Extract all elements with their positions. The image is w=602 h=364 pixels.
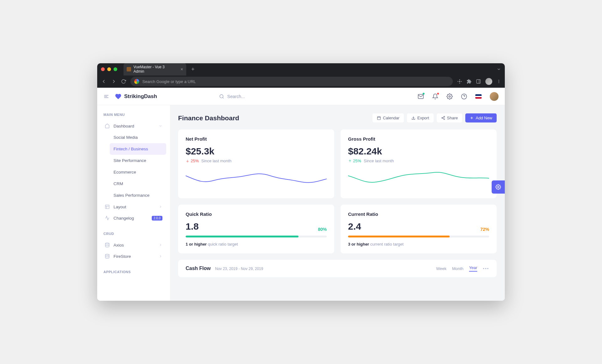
arrow-down-icon bbox=[186, 159, 189, 163]
export-button[interactable]: Export bbox=[407, 113, 434, 122]
panel-icon[interactable] bbox=[476, 79, 481, 84]
window-minimize[interactable] bbox=[107, 67, 111, 71]
add-new-button[interactable]: Add New bbox=[465, 113, 497, 122]
chevron-right-icon bbox=[159, 254, 162, 258]
card-gross-profit: Gross Profit $82.24k 25% Since last mont… bbox=[341, 129, 497, 198]
card-title: Cash Flow bbox=[186, 266, 211, 271]
sidebar-label: Sales Performance bbox=[114, 193, 150, 198]
svg-point-22 bbox=[105, 243, 109, 244]
card-title: Quick Ratio bbox=[186, 211, 327, 217]
sidebar-item-ecommerce[interactable]: Ecommerce bbox=[110, 166, 166, 178]
brand-logo-icon bbox=[115, 93, 122, 100]
back-button[interactable] bbox=[101, 79, 107, 84]
puzzle-icon[interactable] bbox=[467, 79, 472, 84]
more-icon[interactable]: ••• bbox=[483, 266, 489, 271]
sidebar-label: Dashboard bbox=[114, 124, 134, 128]
change-since: Since last month bbox=[364, 159, 394, 163]
card-quick-ratio: Quick Ratio 1.8 80% 1 or higher quick ra… bbox=[178, 205, 334, 253]
card-cash-flow: Cash Flow Nov 23, 2019 - Nov 29, 2019 We… bbox=[178, 260, 497, 277]
notifications-button[interactable] bbox=[432, 93, 438, 100]
extension-icon[interactable] bbox=[457, 79, 462, 84]
brand[interactable]: StrikingDash bbox=[115, 93, 157, 100]
svg-rect-5 bbox=[477, 80, 480, 83]
kebab-icon[interactable] bbox=[497, 79, 501, 84]
progress-bar bbox=[348, 236, 489, 237]
svg-point-8 bbox=[499, 81, 499, 82]
sidebar-item-social[interactable]: Social Media bbox=[110, 132, 166, 143]
calendar-icon bbox=[377, 116, 381, 120]
svg-point-23 bbox=[105, 254, 109, 255]
main-content: Finance Dashboard Calendar Export Share … bbox=[170, 105, 505, 301]
calendar-button[interactable]: Calendar bbox=[372, 113, 404, 122]
new-tab-button[interactable]: + bbox=[191, 66, 195, 73]
sidebar-label: Ecommerce bbox=[114, 170, 136, 174]
browser-window: VueMaster - Vue 3 Admin × + Search Googl… bbox=[97, 63, 505, 301]
tab-week[interactable]: Week bbox=[436, 266, 446, 271]
forward-button[interactable] bbox=[111, 79, 117, 84]
chevron-right-icon bbox=[159, 243, 162, 247]
trend-down: 25% bbox=[186, 159, 199, 163]
url-placeholder: Search Google or type a URL bbox=[142, 79, 196, 84]
activity-icon bbox=[105, 216, 110, 221]
svg-rect-19 bbox=[105, 205, 109, 209]
sidebar-item-layout[interactable]: Layout bbox=[101, 201, 166, 212]
plus-icon bbox=[470, 116, 474, 120]
tab-month[interactable]: Month bbox=[452, 266, 463, 271]
svg-rect-24 bbox=[378, 117, 381, 120]
chevron-right-icon bbox=[159, 205, 162, 209]
window-close[interactable] bbox=[101, 67, 105, 71]
card-value: $25.3k bbox=[186, 146, 327, 157]
app: StrikingDash Search... bbox=[97, 88, 505, 301]
sidebar: MAIN MENU Dashboard Social Media Fintech… bbox=[97, 105, 170, 301]
status-dot-icon bbox=[423, 93, 425, 95]
sidebar-section-label: MAIN MENU bbox=[103, 113, 164, 117]
favicon-icon bbox=[127, 67, 131, 71]
sidebar-item-site[interactable]: Site Performance bbox=[110, 155, 166, 166]
tabs-menu-icon[interactable] bbox=[497, 67, 501, 71]
sidebar-item-firestore[interactable]: FireStore bbox=[101, 251, 166, 262]
change-value: 25% bbox=[191, 159, 199, 163]
reload-button[interactable] bbox=[121, 79, 126, 84]
profile-avatar[interactable] bbox=[485, 78, 492, 85]
settings-button[interactable] bbox=[446, 93, 453, 100]
gear-icon bbox=[495, 184, 501, 190]
search-placeholder: Search... bbox=[227, 94, 245, 99]
language-flag[interactable] bbox=[475, 94, 482, 99]
sparkline-chart bbox=[348, 166, 489, 191]
browser-tab[interactable]: VueMaster - Vue 3 Admin × bbox=[124, 63, 186, 75]
user-avatar[interactable] bbox=[490, 92, 499, 101]
tab-year[interactable]: Year bbox=[469, 265, 477, 272]
share-button[interactable]: Share bbox=[437, 113, 462, 122]
close-icon[interactable]: × bbox=[181, 67, 183, 72]
address-bar[interactable]: Search Google or type a URL bbox=[130, 77, 453, 86]
svg-line-32 bbox=[442, 118, 444, 119]
floating-settings-button[interactable] bbox=[492, 180, 505, 194]
window-maximize[interactable] bbox=[114, 67, 117, 71]
tab-title: VueMaster - Vue 3 Admin bbox=[134, 65, 176, 74]
svg-point-4 bbox=[461, 81, 462, 82]
sidebar-item-crm[interactable]: CRM bbox=[110, 178, 166, 190]
download-icon bbox=[411, 116, 415, 120]
button-label: Calendar bbox=[383, 116, 399, 120]
sidebar-item-changelog[interactable]: Changelog 2.0.0 bbox=[101, 212, 166, 224]
brand-name: StrikingDash bbox=[124, 93, 157, 100]
svg-point-30 bbox=[441, 117, 442, 118]
sidebar-item-sales[interactable]: Sales Performance bbox=[110, 190, 166, 201]
menu-toggle-icon[interactable] bbox=[103, 94, 109, 99]
progress-fill bbox=[186, 236, 298, 237]
date-range: Nov 23, 2019 - Nov 29, 2019 bbox=[215, 267, 263, 271]
target-muted: current ratio target bbox=[370, 242, 404, 247]
sidebar-item-dashboard[interactable]: Dashboard bbox=[101, 120, 166, 132]
svg-point-9 bbox=[499, 82, 499, 83]
sidebar-item-axios[interactable]: Axios bbox=[101, 239, 166, 251]
sidebar-item-fintech[interactable]: Fintech / Business bbox=[110, 143, 166, 155]
mail-button[interactable] bbox=[418, 93, 424, 100]
help-icon bbox=[461, 93, 467, 100]
progress-fill bbox=[348, 236, 450, 237]
svg-point-16 bbox=[449, 96, 451, 97]
target-muted: quick ratio target bbox=[208, 242, 238, 247]
help-button[interactable] bbox=[461, 93, 467, 100]
sidebar-label: FireStore bbox=[114, 254, 131, 259]
search-input[interactable]: Search... bbox=[219, 94, 245, 99]
svg-point-29 bbox=[444, 116, 445, 117]
